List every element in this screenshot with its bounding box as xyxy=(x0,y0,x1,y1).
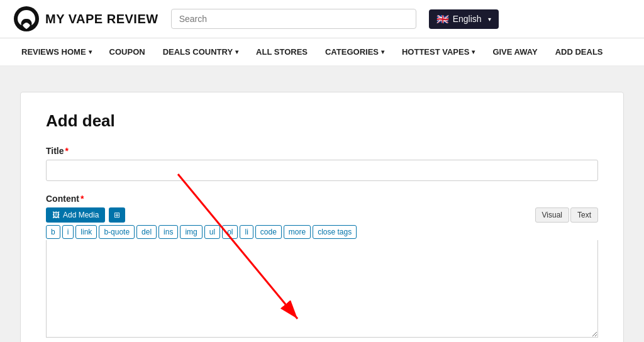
logo[interactable]: MY VAPE REVIEW xyxy=(13,5,158,33)
nav-label: ALL STORES xyxy=(256,47,308,57)
nav-item-give-away[interactable]: GIVE AWAY xyxy=(484,38,546,65)
visual-button[interactable]: Visual xyxy=(535,207,569,223)
required-indicator: * xyxy=(65,146,69,156)
chevron-down-icon: ▾ xyxy=(472,48,475,55)
title-label: Title* xyxy=(46,146,598,156)
editor-toolbar-top: 🖼 Add Media ⊞ Visual Text xyxy=(46,207,598,223)
nav-item-hottest-vapes[interactable]: HOTTEST VAPES ▾ xyxy=(393,38,484,65)
content-editor[interactable] xyxy=(46,240,598,338)
editor-tag-bar: b i link b-quote del ins img ul ol li co… xyxy=(46,225,598,239)
lang-label: English xyxy=(453,14,482,24)
grid-icon: ⊞ xyxy=(114,211,120,219)
tag-b-button[interactable]: b xyxy=(46,225,60,239)
tag-more-button[interactable]: more xyxy=(284,225,311,239)
tag-bquote-button[interactable]: b-quote xyxy=(99,225,135,239)
view-toggle: Visual Text xyxy=(535,207,598,223)
nav-label: DEALS COUNTRY xyxy=(163,47,233,57)
tag-li-button[interactable]: li xyxy=(240,225,253,239)
logo-text: MY VAPE REVIEW xyxy=(45,12,158,26)
nav-item-all-stores[interactable]: ALL STORES xyxy=(247,38,316,65)
main-content: Add deal Title* Content* 🖼 Add Media ⊞ V… xyxy=(20,92,624,342)
nav-item-categories[interactable]: CATEGORIES ▾ xyxy=(316,38,393,65)
required-indicator: * xyxy=(80,194,84,204)
tag-link-button[interactable]: link xyxy=(75,225,97,239)
search-input[interactable] xyxy=(171,9,416,29)
nav-item-reviews-home[interactable]: REVIEWS HOME ▾ xyxy=(13,38,101,65)
nav-label: CATEGORIES xyxy=(325,47,379,57)
nav-item-add-deals[interactable]: ADD DEALS xyxy=(547,38,612,65)
language-selector[interactable]: 🇬🇧 English ▾ xyxy=(429,9,499,29)
chevron-down-icon: ▾ xyxy=(235,48,238,55)
tag-del-button[interactable]: del xyxy=(136,225,157,239)
nav-item-deals-country[interactable]: DEALS COUNTRY ▾ xyxy=(154,38,247,65)
tag-img-button[interactable]: img xyxy=(180,225,202,239)
page-title: Add deal xyxy=(46,111,598,131)
title-input[interactable] xyxy=(46,160,598,181)
chevron-down-icon: ▾ xyxy=(89,48,92,55)
header: MY VAPE REVIEW 🇬🇧 English ▾ xyxy=(0,0,644,38)
chevron-down-icon: ▾ xyxy=(488,16,491,23)
nav-label: COUPON xyxy=(109,47,145,57)
nav-label: REVIEWS HOME xyxy=(21,47,86,57)
lang-flag: 🇬🇧 xyxy=(436,13,449,25)
tag-ins-button[interactable]: ins xyxy=(158,225,178,239)
tag-ul-button[interactable]: ul xyxy=(204,225,220,239)
content-label: Content* xyxy=(46,194,598,204)
tag-i-button[interactable]: i xyxy=(62,225,74,239)
tag-ol-button[interactable]: ol xyxy=(222,225,238,239)
grid-button[interactable]: ⊞ xyxy=(109,207,125,223)
add-media-button[interactable]: 🖼 Add Media xyxy=(46,207,105,223)
chevron-down-icon: ▾ xyxy=(381,48,384,55)
nav-label: GIVE AWAY xyxy=(492,47,537,57)
nav-label: HOTTEST VAPES xyxy=(402,47,469,57)
nav-label: ADD DEALS xyxy=(555,47,603,57)
media-icon: 🖼 xyxy=(52,211,60,219)
nav-item-coupon[interactable]: COUPON xyxy=(101,38,154,65)
text-button[interactable]: Text xyxy=(570,207,598,223)
editor-toolbar-left: 🖼 Add Media ⊞ xyxy=(46,207,125,223)
tag-close-tags-button[interactable]: close tags xyxy=(313,225,357,239)
logo-icon xyxy=(13,5,40,33)
tag-code-button[interactable]: code xyxy=(255,225,282,239)
navigation: REVIEWS HOME ▾ COUPON DEALS COUNTRY ▾ AL… xyxy=(0,38,644,67)
